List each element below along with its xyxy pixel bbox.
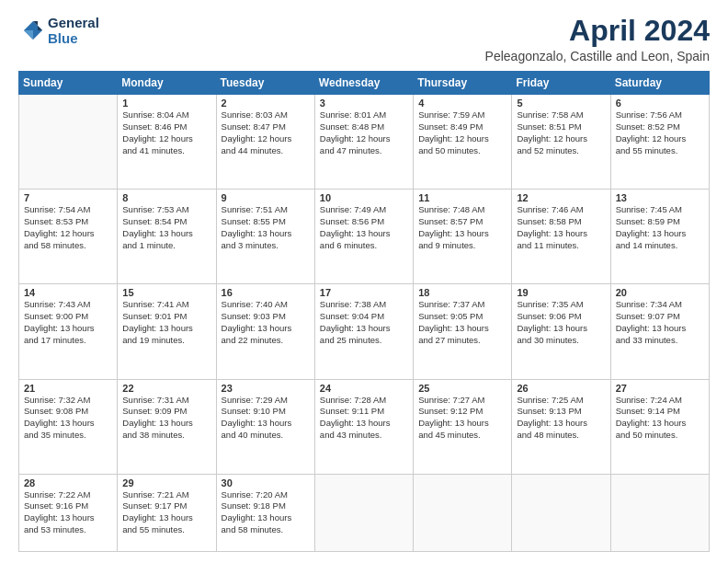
day-number: 29 [122, 477, 210, 488]
day-info: Sunrise: 7:22 AM Sunset: 9:16 PM Dayligh… [24, 489, 112, 536]
calendar-week-2: 7Sunrise: 7:54 AM Sunset: 8:53 PM Daylig… [19, 190, 710, 284]
day-info: Sunrise: 7:54 AM Sunset: 8:53 PM Dayligh… [24, 204, 112, 251]
day-number: 15 [122, 287, 210, 298]
day-info: Sunrise: 7:32 AM Sunset: 9:08 PM Dayligh… [24, 395, 112, 442]
calendar-cell: 10Sunrise: 7:49 AM Sunset: 8:56 PM Dayli… [314, 190, 413, 284]
calendar-cell: 12Sunrise: 7:46 AM Sunset: 8:58 PM Dayli… [512, 190, 610, 284]
calendar-cell: 24Sunrise: 7:28 AM Sunset: 9:11 PM Dayli… [314, 379, 413, 474]
calendar-cell: 22Sunrise: 7:31 AM Sunset: 9:09 PM Dayli… [118, 379, 216, 474]
day-number: 14 [24, 287, 112, 298]
day-number: 8 [122, 192, 210, 203]
calendar-header-monday: Monday [118, 72, 216, 95]
logo-text: General Blue [48, 15, 99, 47]
calendar-cell: 23Sunrise: 7:29 AM Sunset: 9:10 PM Dayli… [216, 379, 314, 474]
calendar-week-4: 21Sunrise: 7:32 AM Sunset: 9:08 PM Dayli… [19, 379, 710, 474]
day-number: 27 [616, 383, 704, 394]
day-info: Sunrise: 7:48 AM Sunset: 8:57 PM Dayligh… [418, 204, 506, 251]
day-number: 28 [24, 477, 112, 488]
day-number: 22 [122, 383, 210, 394]
day-number: 1 [122, 98, 210, 109]
day-info: Sunrise: 7:27 AM Sunset: 9:12 PM Dayligh… [418, 395, 506, 442]
calendar-header-saturday: Saturday [610, 72, 709, 95]
calendar-cell: 9Sunrise: 7:51 AM Sunset: 8:55 PM Daylig… [216, 190, 314, 284]
calendar-cell: 13Sunrise: 7:45 AM Sunset: 8:59 PM Dayli… [610, 190, 709, 284]
day-number: 17 [320, 287, 408, 298]
day-info: Sunrise: 7:31 AM Sunset: 9:09 PM Dayligh… [122, 395, 210, 442]
main-title: April 2024 [485, 15, 710, 47]
calendar-cell: 4Sunrise: 7:59 AM Sunset: 8:49 PM Daylig… [414, 95, 512, 190]
day-info: Sunrise: 7:24 AM Sunset: 9:14 PM Dayligh… [616, 395, 704, 442]
calendar-cell: 30Sunrise: 7:20 AM Sunset: 9:18 PM Dayli… [216, 474, 314, 551]
calendar-cell [512, 474, 610, 551]
day-info: Sunrise: 7:49 AM Sunset: 8:56 PM Dayligh… [320, 204, 408, 251]
day-number: 19 [517, 287, 605, 298]
calendar-week-5: 28Sunrise: 7:22 AM Sunset: 9:16 PM Dayli… [19, 474, 710, 551]
day-info: Sunrise: 7:59 AM Sunset: 8:49 PM Dayligh… [418, 109, 506, 156]
calendar-cell: 20Sunrise: 7:34 AM Sunset: 9:07 PM Dayli… [610, 284, 709, 379]
logo-icon [18, 17, 44, 43]
title-block: April 2024 Peleagonzalo, Castille and Le… [485, 15, 710, 63]
calendar-header-thursday: Thursday [414, 72, 512, 95]
calendar-cell: 19Sunrise: 7:35 AM Sunset: 9:06 PM Dayli… [512, 284, 610, 379]
logo: General Blue [18, 15, 99, 47]
calendar-cell: 18Sunrise: 7:37 AM Sunset: 9:05 PM Dayli… [414, 284, 512, 379]
calendar-cell: 5Sunrise: 7:58 AM Sunset: 8:51 PM Daylig… [512, 95, 610, 190]
day-number: 26 [517, 383, 605, 394]
day-info: Sunrise: 7:45 AM Sunset: 8:59 PM Dayligh… [616, 204, 704, 251]
calendar-cell [414, 474, 512, 551]
day-info: Sunrise: 7:46 AM Sunset: 8:58 PM Dayligh… [517, 204, 605, 251]
calendar-cell: 16Sunrise: 7:40 AM Sunset: 9:03 PM Dayli… [216, 284, 314, 379]
day-info: Sunrise: 7:34 AM Sunset: 9:07 PM Dayligh… [616, 299, 704, 346]
calendar-cell [314, 474, 413, 551]
day-number: 21 [24, 383, 112, 394]
calendar-header-row: SundayMondayTuesdayWednesdayThursdayFrid… [19, 72, 710, 95]
calendar-cell: 15Sunrise: 7:41 AM Sunset: 9:01 PM Dayli… [118, 284, 216, 379]
day-number: 7 [24, 192, 112, 203]
calendar-week-3: 14Sunrise: 7:43 AM Sunset: 9:00 PM Dayli… [19, 284, 710, 379]
day-number: 30 [222, 477, 310, 488]
day-info: Sunrise: 7:21 AM Sunset: 9:17 PM Dayligh… [122, 489, 210, 536]
calendar-cell [610, 474, 709, 551]
day-number: 18 [418, 287, 506, 298]
day-info: Sunrise: 8:01 AM Sunset: 8:48 PM Dayligh… [320, 109, 408, 156]
calendar-header-friday: Friday [512, 72, 610, 95]
day-number: 25 [418, 383, 506, 394]
calendar-cell: 2Sunrise: 8:03 AM Sunset: 8:47 PM Daylig… [216, 95, 314, 190]
day-info: Sunrise: 8:04 AM Sunset: 8:46 PM Dayligh… [122, 109, 210, 156]
calendar-cell: 3Sunrise: 8:01 AM Sunset: 8:48 PM Daylig… [314, 95, 413, 190]
calendar-cell: 28Sunrise: 7:22 AM Sunset: 9:16 PM Dayli… [19, 474, 118, 551]
calendar-cell: 7Sunrise: 7:54 AM Sunset: 8:53 PM Daylig… [19, 190, 118, 284]
calendar-cell: 14Sunrise: 7:43 AM Sunset: 9:00 PM Dayli… [19, 284, 118, 379]
day-number: 12 [517, 192, 605, 203]
day-number: 10 [320, 192, 408, 203]
day-info: Sunrise: 7:25 AM Sunset: 9:13 PM Dayligh… [517, 395, 605, 442]
day-info: Sunrise: 7:38 AM Sunset: 9:04 PM Dayligh… [320, 299, 408, 346]
day-number: 4 [418, 98, 506, 109]
day-info: Sunrise: 7:20 AM Sunset: 9:18 PM Dayligh… [222, 489, 310, 536]
day-info: Sunrise: 7:29 AM Sunset: 9:10 PM Dayligh… [222, 395, 310, 442]
calendar-cell: 25Sunrise: 7:27 AM Sunset: 9:12 PM Dayli… [414, 379, 512, 474]
calendar-cell: 17Sunrise: 7:38 AM Sunset: 9:04 PM Dayli… [314, 284, 413, 379]
header: General Blue April 2024 Peleagonzalo, Ca… [18, 15, 710, 63]
day-info: Sunrise: 7:28 AM Sunset: 9:11 PM Dayligh… [320, 395, 408, 442]
calendar-week-1: 1Sunrise: 8:04 AM Sunset: 8:46 PM Daylig… [19, 95, 710, 190]
calendar-cell: 8Sunrise: 7:53 AM Sunset: 8:54 PM Daylig… [118, 190, 216, 284]
day-info: Sunrise: 7:40 AM Sunset: 9:03 PM Dayligh… [222, 299, 310, 346]
day-number: 16 [222, 287, 310, 298]
day-number: 13 [616, 192, 704, 203]
day-number: 3 [320, 98, 408, 109]
day-info: Sunrise: 7:53 AM Sunset: 8:54 PM Dayligh… [122, 204, 210, 251]
day-info: Sunrise: 7:56 AM Sunset: 8:52 PM Dayligh… [616, 109, 704, 156]
day-info: Sunrise: 7:35 AM Sunset: 9:06 PM Dayligh… [517, 299, 605, 346]
day-info: Sunrise: 7:41 AM Sunset: 9:01 PM Dayligh… [122, 299, 210, 346]
calendar-header-tuesday: Tuesday [216, 72, 314, 95]
calendar-cell: 21Sunrise: 7:32 AM Sunset: 9:08 PM Dayli… [19, 379, 118, 474]
day-number: 20 [616, 287, 704, 298]
day-number: 9 [222, 192, 310, 203]
day-number: 23 [222, 383, 310, 394]
calendar-cell: 6Sunrise: 7:56 AM Sunset: 8:52 PM Daylig… [610, 95, 709, 190]
day-info: Sunrise: 7:43 AM Sunset: 9:00 PM Dayligh… [24, 299, 112, 346]
subtitle: Peleagonzalo, Castille and Leon, Spain [485, 49, 710, 63]
day-number: 6 [616, 98, 704, 109]
day-info: Sunrise: 7:58 AM Sunset: 8:51 PM Dayligh… [517, 109, 605, 156]
